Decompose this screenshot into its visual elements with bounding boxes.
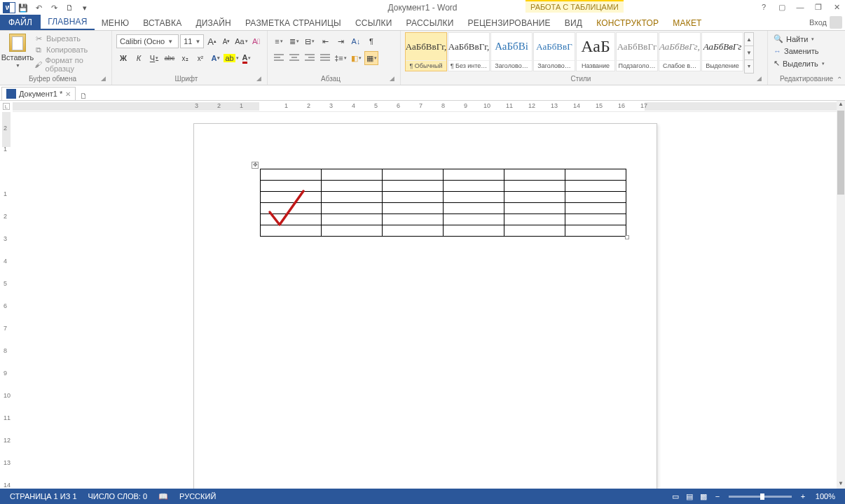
font-color-button[interactable]: A▾ <box>240 51 254 65</box>
change-case-button[interactable]: Aa▾ <box>234 34 248 48</box>
text-effects-button[interactable]: A▾ <box>209 51 223 65</box>
styles-more-button[interactable]: ▾ <box>745 60 753 73</box>
increase-indent-button[interactable]: ⇥ <box>334 34 348 48</box>
para-launcher-icon[interactable]: ◢ <box>390 75 396 82</box>
select-button[interactable]: ↖Выделить▾ <box>772 58 826 69</box>
tab-table-design[interactable]: КОНСТРУКТОР <box>589 16 666 30</box>
find-button[interactable]: 🔍Найти▾ <box>772 34 826 44</box>
document-tab[interactable]: Документ1 * ✕ <box>1 87 76 100</box>
qat-save-icon[interactable]: 💾 <box>17 1 29 14</box>
collapse-ribbon-icon[interactable]: ⌃ <box>837 76 842 83</box>
paste-button[interactable]: Вставить ▼ <box>4 32 31 74</box>
tab-insert[interactable]: ВСТАВКА <box>136 16 188 30</box>
tab-file[interactable]: ФАЙЛ <box>0 15 41 30</box>
status-page[interactable]: СТРАНИЦА 1 ИЗ 1 <box>4 492 83 500</box>
style-heading1[interactable]: АаБбВіЗаголово… <box>490 32 533 71</box>
table-resize-handle[interactable] <box>625 235 629 239</box>
styles-up-button[interactable]: ▲ <box>745 33 753 46</box>
table-move-handle[interactable]: ✥ <box>252 162 259 169</box>
table[interactable] <box>260 169 626 237</box>
document-page[interactable]: ✥ <box>193 123 657 489</box>
scroll-down-icon[interactable]: ▼ <box>837 480 845 489</box>
style-nospacing[interactable]: АаБбВвГг,¶ Без инте… <box>448 32 490 71</box>
view-web-icon[interactable]: ▩ <box>696 491 710 502</box>
align-left-button[interactable] <box>272 51 286 65</box>
qat-redo-icon[interactable]: ↷ <box>48 1 60 14</box>
tab-review[interactable]: РЕЦЕНЗИРОВАНИЕ <box>461 16 558 30</box>
decrease-indent-button[interactable]: ⇤ <box>318 34 332 48</box>
font-launcher-icon[interactable]: ◢ <box>256 75 263 82</box>
zoom-level[interactable]: 100% <box>810 492 841 500</box>
tab-selector[interactable]: L <box>3 103 10 110</box>
styles-launcher-icon[interactable]: ◢ <box>757 75 763 82</box>
format-painter-button[interactable]: 🖌Формат по образцу <box>34 56 107 73</box>
qat-customize-icon[interactable]: ▾ <box>78 1 91 14</box>
italic-button[interactable]: К <box>132 51 146 65</box>
show-marks-button[interactable]: ¶ <box>364 34 378 48</box>
qat-undo-icon[interactable]: ↶ <box>32 1 45 14</box>
bold-button[interactable]: Ж <box>116 51 130 65</box>
multilevel-button[interactable]: ⊟▾ <box>303 34 317 48</box>
status-proofing-icon[interactable]: 📖 <box>153 492 174 501</box>
minimize-icon[interactable]: — <box>793 1 807 13</box>
style-subtle[interactable]: АаБбВвГг,Слабое в… <box>659 32 701 71</box>
ribbon-display-icon[interactable]: ▢ <box>775 1 789 13</box>
close-tab-icon[interactable]: ✕ <box>65 90 71 98</box>
avatar-icon[interactable] <box>830 16 842 29</box>
superscript-button[interactable]: x² <box>193 51 207 65</box>
vertical-scrollbar[interactable]: ▲ ▼ <box>837 101 845 489</box>
tab-menu[interactable]: Меню <box>95 16 137 30</box>
tab-home[interactable]: ГЛАВНАЯ <box>41 15 94 30</box>
sign-in-label[interactable]: Вход <box>809 18 827 27</box>
status-words[interactable]: ЧИСЛО СЛОВ: 0 <box>83 492 153 500</box>
style-subtitle[interactable]: АаБбВвГгПодзаголо… <box>616 32 658 71</box>
clipboard-launcher-icon[interactable]: ◢ <box>101 75 107 82</box>
style-emphasis[interactable]: АаБбВвГгВыделение <box>701 32 743 71</box>
shading-button[interactable]: ◧▾ <box>349 51 363 65</box>
tab-references[interactable]: ССЫЛКИ <box>348 16 399 30</box>
style-title[interactable]: АаБНазвание <box>576 32 615 71</box>
new-doc-button[interactable]: 🗋 <box>76 92 91 100</box>
close-icon[interactable]: ✕ <box>830 1 844 13</box>
strike-button[interactable]: abc <box>163 51 177 65</box>
copy-button[interactable]: ⧉Копировать <box>34 45 107 55</box>
underline-button[interactable]: Ч▾ <box>147 51 161 65</box>
borders-button[interactable]: ▦▾ <box>364 51 378 65</box>
vertical-ruler[interactable]: 2 1 1 2 3 4 5 6 7 8 9 10 11 12 13 14 <box>0 112 13 489</box>
scroll-thumb[interactable] <box>837 111 844 195</box>
line-spacing-button[interactable]: ‡≡▾ <box>334 51 348 65</box>
bullets-button[interactable]: ≡▾ <box>272 34 286 48</box>
clear-format-button[interactable]: A⃠ <box>249 34 263 48</box>
view-read-icon[interactable]: ▭ <box>668 491 682 502</box>
maximize-icon[interactable]: ❐ <box>811 1 825 13</box>
zoom-out-button[interactable]: − <box>710 491 724 502</box>
shrink-font-button[interactable]: A▾ <box>220 34 233 48</box>
tab-pagelayout[interactable]: РАЗМЕТКА СТРАНИЦЫ <box>238 16 348 30</box>
grow-font-button[interactable]: A▴ <box>205 34 219 48</box>
font-name-combobox[interactable]: Calibri (Осно▼ <box>116 34 179 48</box>
zoom-in-button[interactable]: + <box>796 491 810 502</box>
style-heading2[interactable]: АаБбВвГЗаголово… <box>533 32 575 71</box>
font-size-combobox[interactable]: 11▼ <box>180 34 204 48</box>
status-language[interactable]: РУССКИЙ <box>174 492 221 500</box>
replace-button[interactable]: ↔Заменить <box>772 46 826 56</box>
tab-mailings[interactable]: РАССЫЛКИ <box>399 16 461 30</box>
help-icon[interactable]: ? <box>757 1 771 13</box>
sort-button[interactable]: A↓ <box>349 34 363 48</box>
tab-table-layout[interactable]: МАКЕТ <box>666 16 708 30</box>
cut-button[interactable]: ✂Вырезать <box>34 34 107 43</box>
scroll-up-icon[interactable]: ▲ <box>837 101 845 109</box>
align-right-button[interactable] <box>303 51 317 65</box>
numbering-button[interactable]: ≣▾ <box>287 34 301 48</box>
styles-down-button[interactable]: ▼ <box>745 46 753 59</box>
view-print-icon[interactable]: ▤ <box>682 491 696 502</box>
justify-button[interactable] <box>318 51 332 65</box>
tab-view[interactable]: ВИД <box>558 16 589 30</box>
highlight-button[interactable]: ab▾ <box>224 51 238 65</box>
horizontal-ruler[interactable]: 3 2 1 1 2 3 4 5 6 7 8 9 10 11 12 13 14 1… <box>13 101 837 112</box>
qat-new-icon[interactable]: 🗋 <box>63 1 76 14</box>
style-normal[interactable]: АаБбВвГг,¶ Обычный <box>405 32 447 71</box>
tab-design[interactable]: ДИЗАЙН <box>188 16 238 30</box>
align-center-button[interactable] <box>287 51 301 65</box>
zoom-slider[interactable] <box>729 496 792 498</box>
